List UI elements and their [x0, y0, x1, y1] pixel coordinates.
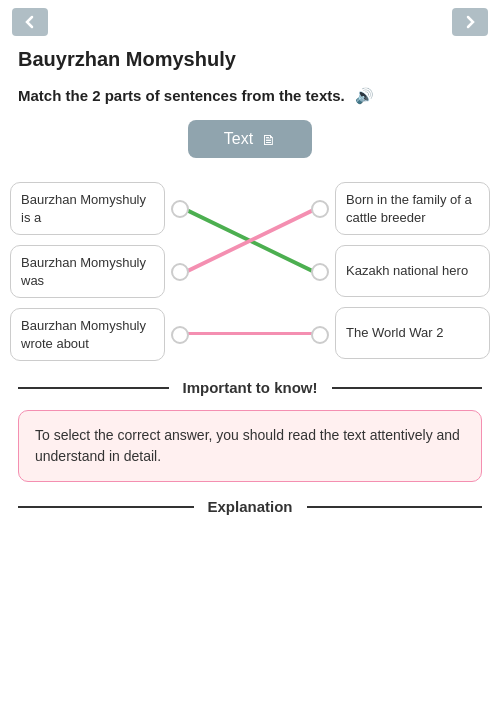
explanation-row: Explanation: [0, 498, 500, 515]
instruction-text: Match the 2 parts of sentences from the …: [18, 85, 482, 106]
page: Bauyrzhan Momyshuly Match the 2 parts of…: [0, 0, 500, 725]
left-item-2[interactable]: Baurzhan Momyshuly was: [10, 245, 165, 298]
divider-line-right: [332, 387, 483, 389]
connector-dot-l1[interactable]: [171, 200, 189, 218]
instruction-parts-label: parts of sentences from the texts.: [101, 87, 345, 104]
instruction-num: 2: [92, 87, 100, 104]
left-column: Baurzhan Momyshuly is a Baurzhan Momyshu…: [10, 182, 165, 361]
important-divider: Important to know!: [0, 379, 500, 396]
speaker-icon[interactable]: 🔊: [355, 85, 374, 106]
right-item-1[interactable]: Born in the family of a cattle breeder: [335, 182, 490, 235]
connector-dot-r3[interactable]: [311, 326, 329, 344]
text-button[interactable]: Text 🗎: [188, 120, 312, 158]
connector-dot-l2[interactable]: [171, 263, 189, 281]
center-connector: [165, 182, 335, 361]
info-text: To select the correct answer, you should…: [35, 427, 460, 464]
right-column: Born in the family of a cattle breeder K…: [335, 182, 490, 361]
title-section: Bauyrzhan Momyshuly Match the 2 parts of…: [0, 40, 500, 182]
divider-line-left: [18, 387, 169, 389]
text-button-label: Text: [224, 130, 253, 148]
page-title: Bauyrzhan Momyshuly: [18, 48, 482, 71]
info-box: To select the correct answer, you should…: [18, 410, 482, 482]
divider-text: Important to know!: [169, 379, 332, 396]
explanation-line-right: [307, 506, 483, 508]
connector-dot-l3[interactable]: [171, 326, 189, 344]
explanation-line-left: [18, 506, 194, 508]
copy-icon: 🗎: [261, 131, 276, 148]
left-item-1[interactable]: Baurzhan Momyshuly is a: [10, 182, 165, 235]
left-item-3[interactable]: Baurzhan Momyshuly wrote about: [10, 308, 165, 361]
connector-dot-r1[interactable]: [311, 200, 329, 218]
forward-button[interactable]: [452, 8, 488, 36]
right-item-2[interactable]: Kazakh national hero: [335, 245, 490, 297]
instruction-match-label: Match the: [18, 87, 92, 104]
matching-area: Baurzhan Momyshuly is a Baurzhan Momyshu…: [0, 182, 500, 361]
explanation-label: Explanation: [194, 498, 307, 515]
text-btn-wrap: Text 🗎: [18, 120, 482, 158]
connector-dot-r2[interactable]: [311, 263, 329, 281]
chevron-right-icon: [462, 14, 478, 30]
right-item-3[interactable]: The World War 2: [335, 307, 490, 359]
top-bar: [0, 0, 500, 40]
back-button[interactable]: [12, 8, 48, 36]
chevron-left-icon: [22, 14, 38, 30]
